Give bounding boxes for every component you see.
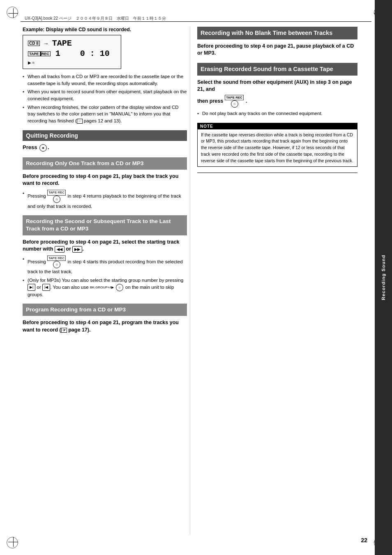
display-box: CD II → TAPE TAPE▐REC 1 0 : 10 ▶ ≈: [23, 35, 121, 69]
header-text: UX-Q3[A].book 22 ページ ２００４年９月８日 水曜日 午前１１時…: [25, 16, 166, 21]
second-track-bullet-2: (Only for MP3s) You can also select the …: [23, 277, 187, 298]
arrow-icon: →: [43, 40, 49, 47]
crosshair-bl: [8, 537, 18, 547]
one-track-section: Recording Only One Track from a CD or MP…: [23, 157, 187, 210]
right-column-divider: [197, 173, 357, 173]
play-icon: ▶ ≈: [28, 60, 35, 65]
second-track-header: Recording the Second or Subsequent Track…: [23, 215, 187, 235]
note-content: If the cassette tape reverses direction …: [198, 129, 357, 167]
group-skip-btn[interactable]: ○: [116, 284, 123, 291]
press-label: Press: [23, 144, 37, 150]
no-blank-header: Recording with No Blank Time between Tra…: [197, 27, 357, 39]
one-track-instruction: Before proceeding to step 4 on page 21, …: [23, 173, 187, 187]
erase-tape-rec-label: TAPE REC: [225, 95, 244, 100]
second-track-bullet-1: Pressing TAPE REC○ in step 4 starts this…: [23, 256, 187, 275]
right-sidebar: Recording Sound: [375, 0, 392, 555]
tape-rec-label: TAPE REC: [47, 190, 66, 196]
group-prev-btn[interactable]: ▶|: [28, 284, 35, 291]
cd-icon: CD II: [28, 41, 40, 46]
example-label: Example: Display while CD sound is recor…: [23, 27, 187, 32]
header-line: [21, 21, 371, 22]
left-column: Example: Display while CD sound is recor…: [23, 27, 187, 339]
display-icons-row: ▶ ≈: [28, 59, 116, 65]
example-bullets: When all tracks from a CD or MP3 are rec…: [23, 73, 187, 124]
group-next-btn[interactable]: |◀: [42, 284, 50, 291]
one-track-bullets: Pressing TAPE REC○ in step 4 returns pla…: [23, 190, 187, 210]
no-blank-section: Recording with No Blank Time between Tra…: [197, 27, 357, 57]
second-track-bullets: Pressing TAPE REC○ in step 4 starts this…: [23, 256, 187, 298]
tape-rec-button2[interactable]: ○: [53, 261, 60, 268]
tape-rec-wrap: TAPE REC○: [47, 190, 66, 203]
note-text: If the cassette tape reverses direction …: [201, 132, 354, 164]
quitting-section: Quitting Recording Press ●.: [23, 130, 187, 152]
display-tape-text: TAPE: [52, 39, 72, 48]
tape-rec-wrap2: TAPE REC○: [47, 256, 66, 269]
erasing-section: Erasing Recorded Sound from a Cassette T…: [197, 63, 357, 117]
display-line2: TAPE▐REC 1 0 : 10: [28, 49, 116, 58]
display-track-time: 1 0 : 10: [55, 49, 110, 58]
stop-button[interactable]: ●: [39, 144, 47, 152]
crosshair-tl: [8, 8, 18, 18]
erase-button[interactable]: ○: [231, 100, 238, 108]
prev-button[interactable]: ◀◀: [55, 246, 65, 253]
sidebar-label: Recording Sound: [381, 255, 386, 300]
column-divider: [190, 27, 190, 534]
tape-rec-badge: TAPE▐REC: [28, 51, 51, 56]
page-number: 22: [361, 537, 367, 543]
program-instruction: Before proceeding to step 4 on page 21, …: [23, 319, 187, 334]
program-section: Program Recording from a CD or MP3 Befor…: [23, 304, 187, 334]
note-header: NOTE: [198, 123, 357, 129]
erasing-header: Erasing Recorded Sound from a Cassette T…: [197, 63, 357, 76]
erase-tape-rec-wrap: TAPE REC ○: [225, 95, 244, 108]
program-header: Program Recording from a CD or MP3: [23, 304, 187, 316]
bullet-3: When recording finishes, the color patte…: [23, 104, 187, 124]
one-track-header: Recording Only One Track from a CD or MP…: [23, 157, 187, 170]
second-track-section: Recording the Second or Subsequent Track…: [23, 215, 187, 298]
bullet-2: When you want to record sound from other…: [23, 88, 187, 102]
tape-rec-label2: TAPE REC: [47, 256, 66, 261]
program-ref-icon: ☞: [61, 328, 67, 333]
then-press-line: then press TAPE REC ○ .: [197, 95, 247, 108]
note-box: NOTE If the cassette tape reverses direc…: [197, 123, 357, 167]
no-blank-instruction: Before proceeding to step 4 on page 21, …: [197, 43, 357, 57]
group-skip-wrap: BK-GROUP+4▶: [90, 285, 114, 290]
right-column: Recording with No Blank Time between Tra…: [197, 27, 357, 177]
erasing-instruction: Select the sound from other equipment (A…: [197, 79, 357, 108]
bullet-1: When all tracks from a CD or MP3 are rec…: [23, 73, 187, 87]
one-track-bullet: Pressing TAPE REC○ in step 4 returns pla…: [23, 190, 187, 210]
next-button[interactable]: ▶▶: [72, 246, 82, 253]
display-line1: CD II → TAPE: [28, 39, 116, 48]
erasing-bullet: Do not play back any tracks on the conne…: [197, 110, 357, 117]
second-track-instruction: Before proceeding to step 4 on page 21, …: [23, 239, 187, 253]
quitting-header: Quitting Recording: [23, 130, 187, 141]
erasing-bullets: Do not play back any tracks on the conne…: [197, 110, 357, 117]
group-skip-label: BK-GROUP+4▶: [90, 285, 114, 290]
tape-rec-button[interactable]: ○: [53, 196, 60, 203]
press-line: Press ●.: [23, 144, 187, 152]
ref-icon: ☞: [77, 119, 83, 124]
